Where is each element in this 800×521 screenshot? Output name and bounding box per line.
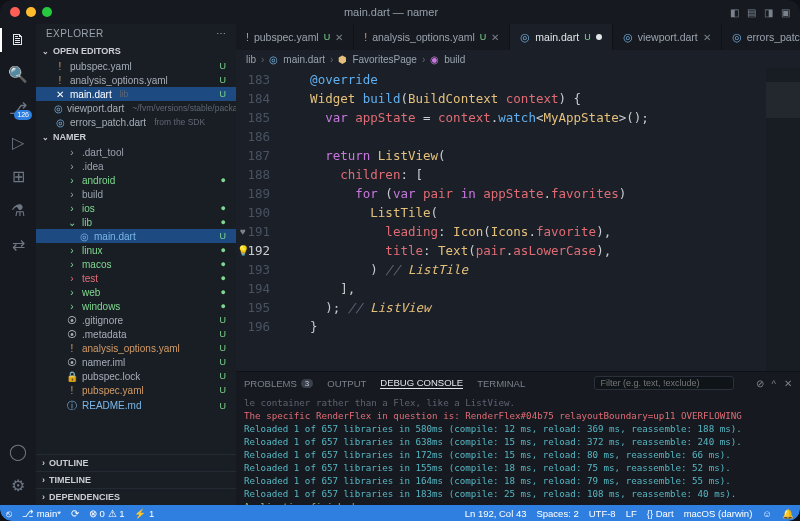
editor-tab[interactable]: !pubspec.yamlU✕ [236, 24, 354, 50]
status-eol[interactable]: LF [626, 508, 637, 519]
window-title: main.dart — namer [52, 6, 730, 18]
file-tree-item[interactable]: ›web● [36, 285, 236, 299]
breadcrumb-part[interactable]: main.dart [283, 54, 325, 65]
tree-label: linux [82, 245, 103, 256]
minimap-viewport[interactable] [766, 82, 800, 118]
file-tree-item[interactable]: ›ios● [36, 201, 236, 215]
file-tree-item[interactable]: ›.dart_tool [36, 145, 236, 159]
panel-maximize-icon[interactable]: ^ [772, 378, 776, 389]
activity-settings-icon[interactable]: ⚙ [8, 475, 28, 495]
tab-close-icon[interactable]: ✕ [335, 32, 343, 43]
tree-label: web [82, 287, 100, 298]
file-tree-item[interactable]: ›android● [36, 173, 236, 187]
file-tree-item[interactable]: 🔒pubspec.lockU [36, 369, 236, 383]
status-language[interactable]: {} Dart [647, 508, 674, 519]
tab-label: viewport.dart [638, 31, 698, 43]
tree-status: ● [221, 217, 232, 227]
gutter-heart-icon[interactable]: ♥ [240, 226, 246, 237]
activity-scm-icon[interactable]: ⎇126 [8, 98, 28, 118]
clear-console-icon[interactable]: ⊘ [756, 378, 764, 389]
sidebar-section-dependencies[interactable]: ›DEPENDENCIES [36, 488, 236, 505]
scm-badge: 126 [14, 110, 32, 120]
editor-tab[interactable]: ◎main.dartU [510, 24, 612, 50]
editor-tab[interactable]: ◎viewport.dart✕ [613, 24, 722, 50]
sidebar-more-icon[interactable]: ⋯ [216, 28, 226, 39]
file-name: viewport.dart [67, 103, 124, 114]
panel-tab-problems[interactable]: PROBLEMS 3 [244, 378, 313, 389]
tab-close-icon[interactable]: ✕ [491, 32, 499, 43]
minimize-window-icon[interactable] [26, 7, 36, 17]
status-branch[interactable]: ⎇ main* [22, 508, 61, 519]
file-tree-item[interactable]: ›macos● [36, 257, 236, 271]
file-tree-item[interactable]: !pubspec.yamlU [36, 383, 236, 397]
activity-debug-icon[interactable]: ▷ [8, 132, 28, 152]
file-tree-item[interactable]: ⓘREADME.mdU [36, 397, 236, 414]
status-position[interactable]: Ln 192, Col 43 [465, 508, 527, 519]
open-editor-item[interactable]: !analysis_options.yamlU [36, 73, 236, 87]
status-hot-reload[interactable]: ⚡ 1 [134, 508, 154, 519]
status-errors[interactable]: ⊗ 0 ⚠ 1 [89, 508, 125, 519]
layout-panel-icon[interactable]: ▤ [747, 7, 756, 18]
status-feedback-icon[interactable]: ☺ [762, 508, 772, 519]
sidebar-section-outline[interactable]: ›OUTLINE [36, 454, 236, 471]
open-editor-item[interactable]: !pubspec.yamlU [36, 59, 236, 73]
breadcrumb[interactable]: lib› ◎ main.dart› ⬢ FavoritesPage› ◉ bui… [236, 50, 800, 68]
panel-tab-debug-console[interactable]: DEBUG CONSOLE [380, 377, 463, 389]
layout-full-icon[interactable]: ▣ [781, 7, 790, 18]
panel-tab-output[interactable]: OUTPUT [327, 378, 366, 389]
code-editor[interactable]: ♥💡 1831841851861871881891901911921931941… [236, 68, 800, 371]
breadcrumb-part[interactable]: FavoritesPage [352, 54, 416, 65]
status-sync-icon[interactable]: ⟳ [71, 508, 79, 519]
editor-tab[interactable]: !analysis_options.yamlU✕ [354, 24, 510, 50]
status-bell-icon[interactable]: 🔔 [782, 508, 794, 519]
open-editor-item[interactable]: ◎viewport.dart~/fvm/versions/stable/pack… [36, 101, 236, 115]
file-tree-item[interactable]: ›windows● [36, 299, 236, 313]
file-tree-item[interactable]: !analysis_options.yamlU [36, 341, 236, 355]
status-spaces[interactable]: Spaces: 2 [536, 508, 578, 519]
gutter-lightbulb-icon[interactable]: 💡 [237, 245, 249, 256]
activity-extensions-icon[interactable]: ⊞ [8, 166, 28, 186]
file-tree-item[interactable]: ◎main.dartU [36, 229, 236, 243]
remote-icon[interactable]: ⎋ [6, 508, 12, 519]
panel-close-icon[interactable]: ✕ [784, 378, 792, 389]
file-tree-item[interactable]: ⦿.gitignoreU [36, 313, 236, 327]
panel-tab-terminal[interactable]: TERMINAL [477, 378, 525, 389]
project-section[interactable]: ⌄ NAMER [36, 129, 236, 145]
maximize-window-icon[interactable] [42, 7, 52, 17]
activity-account-icon[interactable]: ◯ [8, 441, 28, 461]
activity-test-icon[interactable]: ⚗ [8, 200, 28, 220]
open-editor-item[interactable]: ◎errors_patch.dartfrom the SDK [36, 115, 236, 129]
file-tree-item[interactable]: ⌄lib● [36, 215, 236, 229]
tab-label: errors_patch.dart [747, 31, 800, 43]
file-tree-item[interactable]: ⦿namer.imlU [36, 355, 236, 369]
code-content[interactable]: @override Widget build(BuildContext cont… [280, 68, 766, 371]
file-tree-item[interactable]: ›linux● [36, 243, 236, 257]
status-target[interactable]: macOS (darwin) [684, 508, 753, 519]
debug-console-output[interactable]: le container rather than a Flex, like a … [236, 394, 800, 505]
tree-label: namer.iml [82, 357, 125, 368]
tree-label: macos [82, 259, 111, 270]
file-tree-item[interactable]: ›test● [36, 271, 236, 285]
editor-tab[interactable]: ◎errors_patch.dart✕ [722, 24, 800, 50]
breadcrumb-part[interactable]: build [444, 54, 465, 65]
file-tree-item[interactable]: ›build [36, 187, 236, 201]
open-editors-section[interactable]: ⌄ OPEN EDITORS [36, 43, 236, 59]
status-encoding[interactable]: UTF-8 [589, 508, 616, 519]
file-tree-item[interactable]: ›.idea [36, 159, 236, 173]
activity-explorer-icon[interactable]: 🗎 [8, 30, 28, 50]
breadcrumb-part[interactable]: lib [246, 54, 256, 65]
sidebar-section-timeline[interactable]: ›TIMELINE [36, 471, 236, 488]
close-window-icon[interactable] [10, 7, 20, 17]
tab-close-icon[interactable]: ✕ [703, 32, 711, 43]
minimap[interactable] [766, 68, 800, 371]
panel-filter-input[interactable] [594, 376, 734, 390]
activity-search-icon[interactable]: 🔍 [8, 64, 28, 84]
layout-sidebar-icon[interactable]: ◧ [730, 7, 739, 18]
open-editor-item[interactable]: ✕main.dartlibU [36, 87, 236, 101]
layout-right-icon[interactable]: ◨ [764, 7, 773, 18]
explorer-sidebar: EXPLORER ⋯ ⌄ OPEN EDITORS !pubspec.yamlU… [36, 24, 236, 505]
tab-status: U [480, 32, 487, 42]
file-tree-item[interactable]: ⦿.metadataU [36, 327, 236, 341]
tab-status: U [324, 32, 331, 42]
activity-share-icon[interactable]: ⇄ [8, 234, 28, 254]
